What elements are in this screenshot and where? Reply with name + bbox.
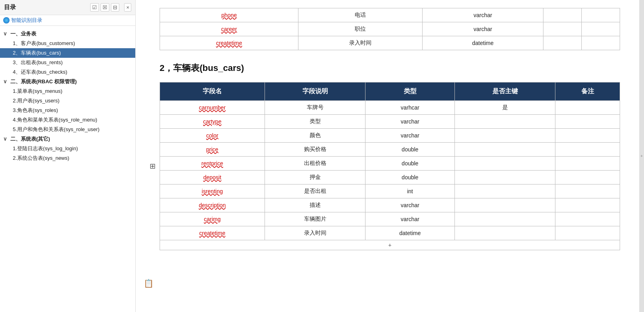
sidebar-item-s2[interactable]: ∨ 二、系统表(RBAC 权限管理) [0,77,135,86]
doc-note-icon[interactable]: 📋 [144,279,154,288]
bus-cars-row: carimg车辆图片varchar [160,212,620,226]
sidebar-item-s2-5[interactable]: 5.用户和角色和关系表(sys_role_user) [0,125,135,134]
table-cell: varchar [423,8,543,22]
bus-cars-header-cell: 字段说明 [265,82,365,101]
sidebar-item-label-s1-2: 2、车辆表(bus_cars) [13,50,61,56]
table-data-cell: varchar [365,115,454,129]
sidebar-item-s2-1[interactable]: 1.菜单表(sys_menus) [0,86,135,96]
sidebar-smart-btn-row[interactable]: 智能识别目录 [0,15,135,26]
table-data-cell: datetime [365,226,454,240]
sidebar-item-s1-1[interactable]: 1、客户表(bus_customers) [0,39,135,48]
table-data-cell [555,212,620,226]
sidebar-item-s2-3[interactable]: 3.角色表(sys_roles) [0,106,135,115]
add-row-left-icon[interactable]: ⊞ [150,162,156,171]
table-data-cell [454,143,555,157]
field-name-cell: career [160,22,298,36]
table-cell [581,8,620,22]
sidebar-item-s1[interactable]: ∨ 一、业务表 [0,29,135,39]
table-data-cell: 类型 [265,115,365,129]
smart-icon [3,17,10,24]
sidebar-item-label-s1-3: 3、出租表(bus_rents) [13,59,63,65]
bus-cars-header-cell: 字段名 [160,82,265,101]
sidebar-item-s2-4[interactable]: 4.角色和菜单关系表(sys_role_menu) [0,115,135,125]
table-data-cell [454,129,555,143]
table-data-cell: 描述 [265,198,365,212]
table-cell: 电话 [298,8,423,22]
table-data-cell: 颜色 [265,129,365,143]
sidebar-item-label-s3-1: 1.登陆日志表(sys_log_login) [13,145,78,151]
table-data-cell [555,101,620,115]
table-data-cell: double [365,157,454,171]
table-data-cell: double [365,171,454,184]
bus-cars-row: isrenting是否出租int [160,184,620,198]
table-data-cell: varhcar [365,101,454,115]
table-data-cell: 录入时间 [265,226,365,240]
collapse-icon-s3: ∨ [3,136,9,142]
collapse-icon-s1: ∨ [3,31,9,37]
table-data-cell: varchar [365,198,454,212]
bus-cars-header-cell: 是否主键 [454,82,555,101]
field-name-cell: phone [160,8,298,22]
top-table-row: phone电话varchar [160,8,620,22]
table-data-cell [454,212,555,226]
field-name-cell: createtime [160,226,265,240]
sidebar-item-label-s2-3: 3.角色表(sys_roles) [13,107,58,113]
field-name-cell: isrenting [160,184,265,198]
sidebar-item-s1-4[interactable]: 4、还车表(bus_checks) [0,67,135,77]
sidebar-item-s3-2[interactable]: 2.系统公告表(sys_news) [0,153,135,163]
main-content: phone电话varcharcareer职位varcharcreatetime录… [136,0,644,312]
table-data-cell [555,115,620,129]
table-data-cell: 车牌号 [265,101,365,115]
bus-cars-header-cell: 类型 [365,82,454,101]
bus-cars-row: createtime录入时间datetime [160,226,620,240]
table-data-cell: 是 [454,101,555,115]
sidebar-item-s3-1[interactable]: 1.登陆日志表(sys_log_login) [0,144,135,153]
bus-cars-row: deposit押金double [160,171,620,184]
sidebar-item-s2-2[interactable]: 2.用户表(sys_users) [0,96,135,106]
sidebar-item-label-s1-4: 4、还车表(bus_checks) [13,69,67,75]
sidebar-item-s1-3[interactable]: 3、出租表(bus_rents) [0,58,135,67]
sidebar-tree: ∨ 一、业务表1、客户表(bus_customers)2、车辆表(bus_car… [0,26,135,312]
sidebar-header: 目录 ☑ ☒ ⊟ × [0,0,135,15]
sidebar-item-s1-2[interactable]: 2、车辆表(bus_cars) [0,48,135,58]
bottom-add-row[interactable]: + [160,240,620,250]
table-data-cell: varchar [365,129,454,143]
table-data-cell [454,157,555,171]
bus-cars-table-wrapper: ⊞ 字段名字段说明类型是否主键备注 carnumber车牌号varhcar是ca… [160,82,620,250]
sidebar-close-button[interactable]: × [124,3,131,12]
bus-cars-table: 字段名字段说明类型是否主键备注 carnumber车牌号varhcar是cart… [160,82,620,240]
table-data-cell [555,157,620,171]
smart-label[interactable]: 智能识别目录 [11,17,42,24]
bus-cars-row: price购买价格double [160,143,620,157]
table-cell [543,36,581,50]
right-scrollbar[interactable]: + [639,0,644,312]
table-data-cell [555,198,620,212]
top-table: phone电话varcharcareer职位varcharcreatetime录… [160,8,620,50]
sidebar-item-label-s3-2: 2.系统公告表(sys_news) [13,155,69,161]
field-name-cell: cartype [160,115,265,129]
top-table-row: career职位varchar [160,22,620,36]
table-data-cell [555,184,620,198]
sidebar-item-s3[interactable]: ∨ 二、系统表(其它) [0,134,135,144]
bus-cars-header-cell: 备注 [555,82,620,101]
table-cell: datetime [423,36,543,50]
sidebar-icon-cross[interactable]: ☒ [101,3,109,12]
table-data-cell [555,143,620,157]
sidebar-item-label-s1: 一、业务表 [10,31,36,37]
page-content: phone电话varcharcareer职位varcharcreatetime录… [136,0,644,312]
table-data-cell [555,129,620,143]
table-data-cell: 车辆图片 [265,212,365,226]
field-name-cell: price [160,143,265,157]
sidebar-item-label-s2-2: 2.用户表(sys_users) [13,98,59,104]
table-data-cell [454,115,555,129]
table-data-cell [454,184,555,198]
sidebar-icon-minus[interactable]: ⊟ [111,3,119,12]
bus-cars-row: description描述varchar [160,198,620,212]
table-cell [581,36,620,50]
bus-cars-row: color颜色varchar [160,129,620,143]
bottom-plus-icon[interactable]: + [388,242,391,248]
top-table-row: createtime录入时间datetime [160,36,620,50]
sidebar-icon-check[interactable]: ☑ [90,3,99,12]
field-name-cell: carimg [160,212,265,226]
field-name-cell: description [160,198,265,212]
